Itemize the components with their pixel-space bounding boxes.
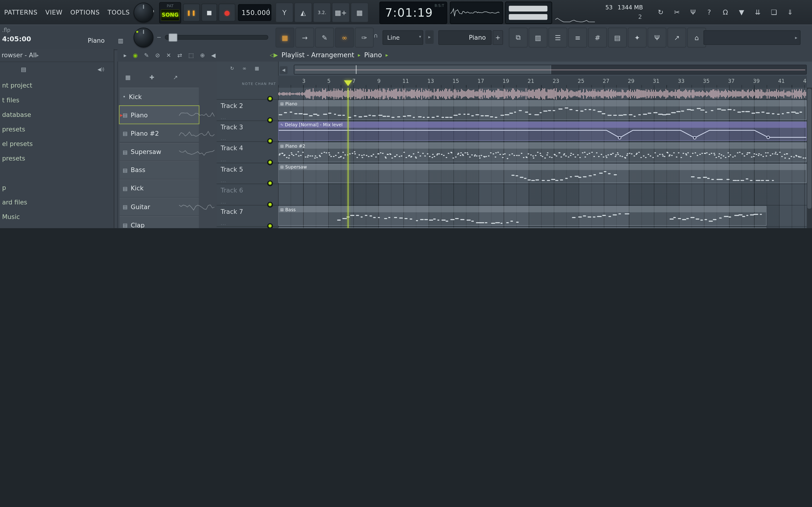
- pat-song-toggle[interactable]: PAT SONG: [159, 2, 181, 23]
- pattern-row[interactable]: ▤Bass: [119, 161, 199, 179]
- cut-icon[interactable]: ✂: [670, 4, 684, 20]
- track-header[interactable]: [217, 88, 278, 100]
- file-icon[interactable]: ▤: [21, 66, 26, 73]
- pattern-row[interactable]: •Kick: [119, 88, 199, 105]
- track-header[interactable]: Track 3...: [217, 121, 278, 142]
- panel-bar[interactable]: [509, 6, 548, 11]
- countdown-icon[interactable]: 3.2.: [313, 3, 331, 22]
- timeline-ruler[interactable]: 35791113151719212325272931333537394143: [278, 75, 807, 88]
- menu-item-patterns[interactable]: PATTERNS: [4, 9, 38, 16]
- track-options[interactable]: ...: [221, 200, 226, 205]
- track-options[interactable]: ...: [221, 221, 226, 226]
- split-icon[interactable]: Ψ: [648, 28, 666, 47]
- pencil-tool-icon[interactable]: ✎: [315, 28, 334, 47]
- loop-small-icon[interactable]: ↻: [230, 66, 234, 71]
- panel-bar[interactable]: [509, 14, 548, 20]
- zoom-icon[interactable]: ⊕: [200, 52, 205, 59]
- stop-button[interactable]: ■: [201, 4, 217, 21]
- browser-item[interactable]: nt project: [0, 78, 114, 93]
- select-icon[interactable]: ⬚: [189, 52, 194, 59]
- arrow-tool-icon[interactable]: →: [295, 28, 314, 47]
- pattern-row[interactable]: ▤Clap: [119, 216, 199, 228]
- tempo-display[interactable]: 150.000 ▴▾: [238, 4, 271, 21]
- record-clip-icon[interactable]: ◉: [133, 52, 138, 59]
- track-options[interactable]: ...: [221, 115, 226, 120]
- browser-item[interactable]: t files: [0, 93, 114, 108]
- lab-icon[interactable]: ✦: [628, 28, 647, 47]
- vertical-scrollbar[interactable]: [807, 88, 812, 228]
- picker-icon[interactable]: ▥: [529, 28, 548, 47]
- browser-header[interactable]: rowser - All ▸: [0, 49, 114, 62]
- grid-view-icon[interactable]: ▦: [125, 74, 131, 81]
- slip-icon[interactable]: ⊘: [155, 52, 160, 59]
- target-channel-selector[interactable]: Piano: [439, 30, 492, 45]
- typing-keyboard-icon[interactable]: Y: [275, 3, 294, 22]
- pattern-icon[interactable]: ▤: [608, 28, 627, 47]
- pattern-row[interactable]: ▶▤Piano: [119, 106, 199, 124]
- playback-icon[interactable]: ◀: [211, 52, 216, 59]
- browser-item[interactable]: database: [0, 108, 114, 122]
- help-icon[interactable]: ?: [702, 4, 716, 20]
- collapse-button[interactable]: ◀: [280, 66, 288, 74]
- mixer-icon[interactable]: ☰: [548, 28, 567, 47]
- track-header[interactable]: Track 4...: [217, 142, 278, 163]
- track-options[interactable]: ...: [221, 179, 226, 183]
- selected-channel[interactable]: Piano: [88, 37, 105, 44]
- time-display[interactable]: 7:01:19 B:S:T: [379, 2, 447, 24]
- scrollbar-thumb[interactable]: [807, 89, 812, 209]
- step-edit-icon[interactable]: ▦: [351, 3, 369, 22]
- voice-icon[interactable]: Ω: [718, 4, 732, 20]
- wave-clip[interactable]: [278, 88, 807, 100]
- pattern-row[interactable]: ▤Kick: [119, 179, 199, 197]
- quantize-icon[interactable]: #: [588, 28, 607, 47]
- add-channel-button[interactable]: +: [493, 30, 503, 45]
- delete-icon[interactable]: ✕: [166, 52, 171, 59]
- render-icon[interactable]: ⇊: [751, 4, 765, 20]
- play-pause-button[interactable]: ❚❚: [183, 4, 200, 21]
- playlist-nav-icon[interactable]: ◁▶: [270, 52, 278, 58]
- record-button[interactable]: ●: [219, 4, 236, 21]
- multi-view-icon[interactable]: ✚: [149, 74, 154, 81]
- track-arm-led[interactable]: [267, 223, 273, 228]
- trend-icon[interactable]: ↗: [667, 28, 686, 47]
- expand-icon[interactable]: ▸: [123, 52, 126, 59]
- browser-item[interactable]: Music: [0, 210, 114, 224]
- speaker-icon[interactable]: ◀)): [98, 67, 104, 72]
- track-arm-led[interactable]: [267, 160, 273, 165]
- main-volume-knob[interactable]: [134, 28, 153, 47]
- breadcrumb-sub[interactable]: Piano: [364, 51, 382, 59]
- download-icon[interactable]: ⇓: [783, 4, 798, 20]
- master-volume-slider[interactable]: [165, 35, 268, 40]
- snap-selector[interactable]: Line ▾: [383, 30, 423, 45]
- track-options[interactable]: ...: [221, 158, 226, 162]
- oscilloscope[interactable]: [450, 2, 503, 24]
- browser-item[interactable]: projects: [0, 224, 114, 228]
- panel-switcher[interactable]: [505, 2, 552, 24]
- browser-item[interactable]: presets: [0, 151, 114, 166]
- track-header[interactable]: Track 6...: [217, 184, 278, 205]
- piano-clip[interactable]: ▤Piano: [278, 100, 807, 120]
- browser-item[interactable]: el presets: [0, 136, 114, 151]
- blend-notes-icon[interactable]: ▦+: [332, 3, 350, 22]
- crossfade-icon[interactable]: ⇄: [177, 52, 182, 59]
- track-header[interactable]: Track 7...: [217, 206, 278, 227]
- automation-curve[interactable]: [278, 122, 806, 140]
- menu-item-view[interactable]: VIEW: [45, 9, 62, 16]
- track-arm-led[interactable]: [267, 202, 273, 208]
- playlist-overview-scrollbar[interactable]: [294, 65, 807, 75]
- main-pitch-knob[interactable]: [134, 3, 153, 22]
- draw-icon[interactable]: ✎: [144, 52, 149, 59]
- grid-small-icon[interactable]: ▦: [255, 66, 259, 71]
- chat-icon[interactable]: ❏: [767, 4, 781, 20]
- detach-icon[interactable]: ⧉: [509, 28, 528, 47]
- playlist-grid[interactable]: ▤Piano∿Delay [Normal] - Mix level▤Piano …: [278, 88, 807, 228]
- breadcrumb-title[interactable]: Playlist - Arrangement: [282, 51, 354, 59]
- mic-icon[interactable]: Ψ: [686, 4, 700, 20]
- track-header[interactable]: Track 2...: [217, 100, 278, 121]
- link-tool-icon[interactable]: ∞: [335, 28, 354, 47]
- pattern-row[interactable]: ▤Piano #2: [119, 124, 199, 142]
- menu-item-options[interactable]: OPTIONS: [70, 9, 100, 16]
- track-arm-led[interactable]: [267, 117, 273, 123]
- browser-item[interactable]: presets: [0, 122, 114, 136]
- step-seq-tool-icon[interactable]: ▦: [275, 28, 294, 47]
